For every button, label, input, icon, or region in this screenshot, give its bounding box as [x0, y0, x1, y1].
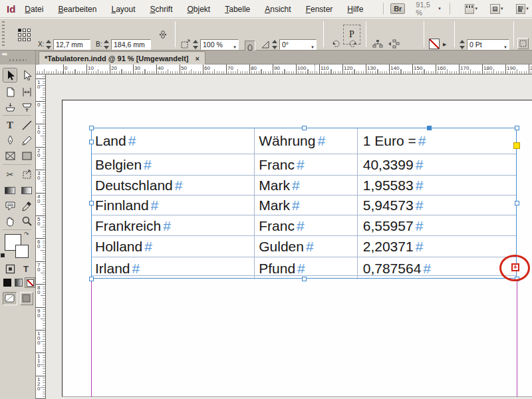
select-content-button[interactable]: P: [343, 25, 360, 45]
gap-tool[interactable]: [19, 84, 34, 99]
width-field[interactable]: 184,6 mm: [111, 39, 151, 50]
scale-x-spinner[interactable]: [192, 39, 199, 50]
frame-tool[interactable]: [3, 148, 17, 163]
table-cell[interactable]: 0,787564#: [357, 257, 516, 279]
zoom-dropdown-icon[interactable]: ▼: [438, 7, 442, 11]
stroke-weight-spinner[interactable]: [459, 39, 466, 50]
swap-fill-stroke-icon[interactable]: ↷: [24, 231, 29, 237]
menu-tabelle[interactable]: Tabelle: [225, 2, 250, 17]
eyedropper-tool[interactable]: [19, 198, 34, 213]
type-tool[interactable]: T: [3, 118, 17, 132]
currency-table-frame[interactable]: Land#Währung#1 Euro =#Belgien#Franc#40,3…: [91, 128, 517, 279]
frame-handle-filled[interactable]: [427, 126, 432, 130]
content-placer-tool[interactable]: [19, 100, 34, 114]
bridge-button[interactable]: Br: [390, 3, 405, 14]
table-cell[interactable]: 1 Euro =#: [357, 128, 516, 154]
arrange-documents-dropdown-icon[interactable]: ▼: [525, 7, 529, 11]
x-field[interactable]: 12,7 mm: [53, 39, 90, 50]
apply-color-button[interactable]: [2, 277, 13, 288]
gradient-swatch-tool[interactable]: [3, 183, 17, 198]
text-in-port[interactable]: [89, 140, 94, 144]
reference-point-proxy[interactable]: [18, 29, 31, 42]
pencil-tool[interactable]: [19, 133, 34, 148]
table-cell[interactable]: Holland#: [92, 236, 254, 257]
collapse-panel-icon[interactable]: ◀◀: [1, 51, 6, 56]
menu-ansicht[interactable]: Ansicht: [265, 2, 291, 17]
table-cell[interactable]: Irland#: [92, 257, 254, 279]
normal-view-mode-button[interactable]: [3, 292, 17, 305]
apply-gradient-button[interactable]: [13, 277, 24, 288]
formatting-affects-text-button[interactable]: T: [20, 263, 32, 275]
view-options-dropdown-icon[interactable]: ▼: [474, 7, 478, 11]
scissors-tool[interactable]: ✂: [3, 167, 17, 182]
width-spinner[interactable]: [103, 39, 110, 50]
free-transform-tool[interactable]: [19, 167, 34, 182]
table-cell[interactable]: 1,95583#: [357, 176, 516, 195]
menu-layout[interactable]: Layout: [111, 2, 135, 17]
fill-none-swatch[interactable]: [429, 39, 440, 49]
select-container-up-button[interactable]: [371, 39, 384, 49]
frame-handle-top-right[interactable]: [515, 126, 519, 130]
table-cell[interactable]: Finnland#: [92, 196, 254, 215]
table-cell[interactable]: Mark#: [254, 196, 357, 215]
zoom-level-value[interactable]: 91,5 %: [416, 1, 434, 17]
screen-mode-icon[interactable]: [490, 4, 499, 14]
menu-datei[interactable]: Datei: [25, 2, 43, 17]
table-cell[interactable]: Frankreich#: [92, 215, 254, 235]
page-tool[interactable]: [3, 84, 17, 99]
menu-objekt[interactable]: Objekt: [188, 2, 211, 17]
menu-bearbeiten[interactable]: Bearbeiten: [58, 2, 96, 17]
object-effects-button[interactable]: [517, 38, 529, 49]
table-cell[interactable]: 6,55957#: [357, 215, 516, 235]
table-cell[interactable]: 40,3399#: [357, 154, 516, 175]
frame-handle-bottom-center[interactable]: [302, 277, 307, 281]
selection-tool[interactable]: [3, 68, 17, 82]
screen-mode-dropdown-icon[interactable]: ▼: [500, 7, 504, 11]
stroke-weight-field[interactable]: 0 Pt▼: [467, 39, 509, 50]
direct-selection-tool[interactable]: [19, 68, 34, 82]
table-cell[interactable]: Deutschland#: [92, 176, 254, 195]
gradient-feather-tool[interactable]: [19, 183, 34, 198]
table-cell[interactable]: Belgien#: [92, 154, 254, 175]
table-cell[interactable]: Land#: [92, 128, 254, 154]
panel-grip-dots[interactable]: [9, 59, 27, 61]
formatting-affects-container-button[interactable]: [4, 263, 16, 275]
x-spinner[interactable]: [45, 39, 52, 50]
pen-tool[interactable]: [3, 133, 17, 148]
live-corner-handle[interactable]: [513, 142, 520, 149]
rotate-90-cw-icon[interactable]: [331, 39, 340, 48]
hand-tool[interactable]: [3, 213, 17, 228]
table-cell[interactable]: Währung#: [254, 128, 357, 154]
panel-grip[interactable]: [2, 21, 5, 48]
select-previous-object-button[interactable]: [387, 39, 400, 49]
content-collector-tool[interactable]: [3, 100, 17, 114]
table-cell[interactable]: Mark#: [254, 176, 357, 195]
default-fill-stroke-icon[interactable]: [1, 253, 5, 257]
view-options-icon[interactable]: [465, 4, 474, 14]
stroke-proxy-swatch[interactable]: [15, 245, 29, 258]
frame-handle-mid-left[interactable]: [89, 201, 94, 205]
line-tool[interactable]: [19, 118, 34, 132]
table-cell[interactable]: Franc#: [254, 215, 357, 235]
menu-hilfe[interactable]: Hilfe: [347, 2, 363, 17]
constrain-dimensions-icon[interactable]: [158, 30, 168, 39]
preview-mode-button[interactable]: [20, 292, 33, 305]
table-cell[interactable]: Gulden#: [254, 236, 357, 257]
frame-handle-bottom-left[interactable]: [89, 277, 94, 281]
table-cell[interactable]: Franc#: [254, 154, 357, 175]
table-cell[interactable]: 2,20371#: [357, 236, 516, 257]
close-document-icon[interactable]: ×: [196, 55, 200, 63]
frame-handle-mid-right[interactable]: [515, 201, 519, 205]
document-tab[interactable]: *Tabulatoren.indd @ 91 % [Umgewandelt] ×: [39, 51, 205, 65]
rectangle-tool[interactable]: [19, 148, 34, 163]
fill-flyout-icon[interactable]: ▶: [443, 42, 446, 47]
scale-x-field[interactable]: 100 %▼: [200, 39, 239, 50]
rotation-spinner[interactable]: [271, 39, 278, 50]
arrange-documents-icon[interactable]: [516, 4, 525, 14]
menu-fenster[interactable]: Fenster: [306, 2, 333, 17]
apply-none-button[interactable]: [25, 277, 35, 288]
zoom-tool[interactable]: [19, 213, 34, 228]
menu-schrift[interactable]: Schrift: [150, 2, 172, 17]
frame-handle-top-center[interactable]: [302, 126, 307, 130]
frame-handle-top-left[interactable]: [89, 126, 94, 130]
